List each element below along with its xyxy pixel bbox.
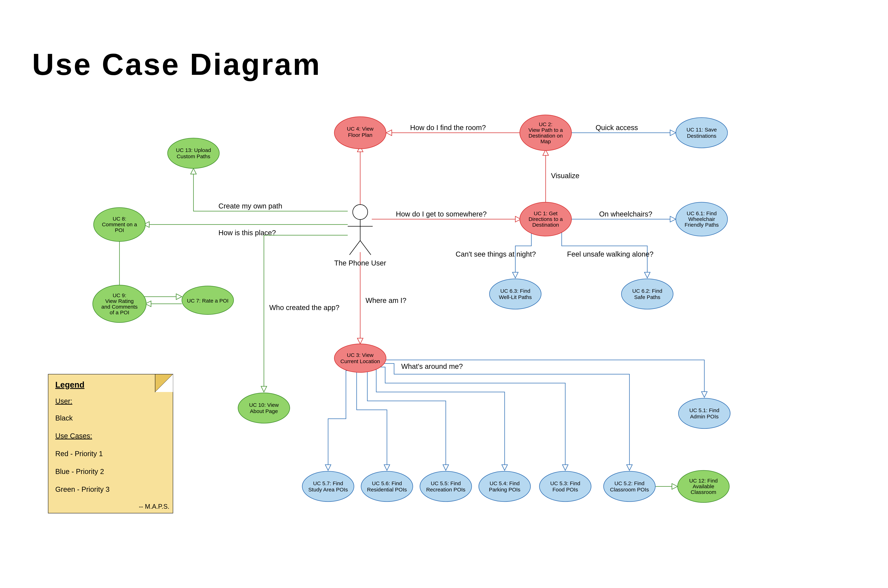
edge-label: How do I get to somewhere? (396, 210, 487, 218)
edge-label: Feel unsafe walking alone? (567, 250, 654, 258)
svg-text:UC 5.3: Find: UC 5.3: Find (550, 480, 580, 486)
edge-label: What's around me? (401, 362, 463, 370)
svg-text:Safe Paths: Safe Paths (634, 294, 661, 300)
svg-text:Floor Plan: Floor Plan (348, 132, 373, 138)
svg-marker-19 (176, 294, 182, 300)
svg-text:UC 5.1: Find: UC 5.1: Find (690, 407, 719, 413)
svg-marker-11 (670, 130, 676, 136)
svg-text:Classroom: Classroom (691, 489, 716, 495)
svg-text:View Path to a: View Path to a (529, 127, 563, 133)
svg-marker-9 (386, 130, 392, 136)
svg-text:Destination on: Destination on (529, 133, 563, 139)
svg-text:About Page: About Page (250, 408, 278, 414)
svg-text:Current Location: Current Location (340, 358, 380, 364)
svg-marker-27 (443, 465, 449, 470)
edge-uc1-to-uc62: Feel unsafe walking alone? (562, 232, 654, 278)
legend-p1: Red - Priority 1 (55, 450, 103, 458)
node-uc54: UC 5.4: Find Parking POIs UC 5.4: Find P… (479, 471, 530, 502)
node-uc8: UC 8: Comment on a POI UC 8: Comment on … (94, 208, 145, 242)
svg-text:Custom Paths: Custom Paths (177, 153, 210, 159)
svg-text:of a POI: of a POI (110, 309, 129, 315)
node-uc1: UC 1: Get Directions to a Destination UC… (520, 202, 571, 236)
diagram-canvas-wrap: Use Case Diagram How do I get to somewhe… (0, 0, 888, 588)
edge-actor-to-uc8: How is this place? (144, 222, 348, 237)
node-uc3: UC 3: View Current Location UC 3: View C… (334, 344, 386, 372)
edge-label: How do I find the room? (410, 124, 486, 132)
edge-uc3-fanout: What's around me? (325, 360, 707, 470)
svg-text:Comment on a: Comment on a (102, 222, 137, 227)
node-uc55: UC 5.5: Find Recreation POIs UC 5.5: Fin… (420, 471, 472, 502)
node-uc63: UC 6.3: Find Well-Lit Paths UC 6.3: Find… (490, 279, 541, 309)
edge-label: Who created the app? (269, 304, 340, 312)
svg-line-36 (360, 240, 371, 255)
node-uc9: UC 9: View Rating and Comments of a POI … (93, 285, 146, 322)
node-uc2: UC 2: View Path to a Destination on Map … (520, 115, 571, 151)
svg-text:UC 11: Save: UC 11: Save (687, 127, 717, 133)
edge-label: Where am I? (365, 297, 406, 304)
svg-text:Destination: Destination (532, 222, 559, 228)
svg-marker-23 (702, 392, 707, 398)
svg-text:Map: Map (541, 138, 551, 144)
node-uc62: UC 6.2: Find Safe Paths UC 6.2: Find Saf… (621, 279, 673, 309)
node-uc10: UC 10: View About Page UC 10: View About… (238, 393, 290, 423)
edge-uc52-to-uc12 (654, 484, 678, 489)
edge-uc1-to-uc63: Can't see things at night? (455, 232, 536, 278)
svg-text:UC 6.2: Find: UC 6.2: Find (632, 288, 662, 294)
edge-uc1-to-uc2: Visualize (543, 150, 579, 203)
legend-title: Legend (55, 380, 84, 389)
node-uc52: UC 5.2: Find Classroom POIs UC 5.2: Find… (604, 471, 655, 502)
svg-text:Directions to a: Directions to a (529, 216, 563, 222)
page-title: Use Case Diagram (32, 47, 321, 81)
svg-text:UC 8:: UC 8: (113, 216, 126, 222)
svg-text:UC 5.4: Find: UC 5.4: Find (490, 480, 520, 486)
edge-actor-to-uc1: How do I get to somewhere? (372, 210, 521, 222)
svg-marker-26 (502, 465, 508, 470)
svg-marker-31 (672, 484, 678, 489)
node-uc4: UC 4: View Floor Plan UC 4: View Floor P… (334, 117, 386, 149)
svg-text:Residential POIs: Residential POIs (367, 487, 407, 492)
edge-label: Create my own path (218, 202, 282, 210)
svg-text:Food POIs: Food POIs (552, 487, 578, 492)
edge-uc7-to-uc9 (145, 301, 182, 307)
edge-actor-to-uc10: Who created the app? (261, 235, 348, 392)
svg-text:UC 6.1: Find: UC 6.1: Find (687, 210, 717, 216)
node-uc11: UC 11: Save Destinations UC 11: Save Des… (676, 118, 727, 148)
node-uc51: UC 5.1: Find Admin POIs UC 5.1: Find Adm… (679, 398, 730, 429)
svg-text:UC 5.6: Find: UC 5.6: Find (372, 480, 402, 486)
svg-text:Recreation POIs: Recreation POIs (426, 487, 466, 492)
diagram-svg: Use Case Diagram How do I get to somewhe… (0, 0, 888, 588)
edge-actor-to-uc4 (358, 146, 363, 205)
legend-p3: Green - Priority 3 (55, 485, 110, 493)
svg-text:POI: POI (115, 227, 124, 233)
legend-note: Legend User: Black Use Cases: Red - Prio… (48, 374, 173, 513)
svg-text:UC 7: Rate a POI: UC 7: Rate a POI (187, 298, 228, 304)
svg-text:UC 5.2: Find: UC 5.2: Find (615, 480, 645, 486)
svg-text:UC 10: View: UC 10: View (249, 402, 279, 408)
node-uc56: UC 5.6: Find Residential POIs UC 5.6: Fi… (361, 471, 413, 502)
node-uc7: UC 7: Rate a POI UC 7: Rate a POI (182, 286, 234, 315)
svg-text:UC 6.3: Find: UC 6.3: Find (500, 288, 530, 294)
edge-label: Quick access (596, 124, 638, 132)
svg-marker-15 (512, 272, 518, 278)
node-uc57: UC 5.7: Find Study Area POIs UC 5.7: Fin… (302, 471, 354, 502)
edge-label: Can't see things at night? (455, 250, 536, 258)
svg-text:View Rating: View Rating (105, 298, 134, 304)
legend-usecases-heading: Use Cases: (55, 432, 92, 440)
edge-label: On wheelchairs? (599, 210, 652, 218)
svg-marker-29 (325, 465, 331, 470)
actor-label: The Phone User (334, 259, 386, 267)
node-uc12: UC 12: Find Available Classroom UC 12: F… (678, 470, 729, 502)
svg-marker-22 (261, 386, 267, 392)
svg-text:UC 9:: UC 9: (113, 292, 126, 298)
svg-text:UC 5.5: Find: UC 5.5: Find (431, 480, 461, 486)
svg-text:Friendly Paths: Friendly Paths (685, 222, 719, 228)
legend-user-heading: User: (55, 397, 72, 405)
svg-text:UC 13: Upload: UC 13: Upload (176, 147, 211, 153)
svg-text:UC 1: Get: UC 1: Get (534, 210, 557, 216)
edge-uc2-to-uc11: Quick access (571, 124, 676, 136)
edge-uc1-to-uc61: On wheelchairs? (571, 210, 676, 222)
legend-p2: Blue - Priority 2 (55, 468, 104, 476)
svg-text:Destinations: Destinations (687, 133, 716, 139)
svg-marker-25 (562, 465, 568, 470)
svg-marker-13 (670, 216, 676, 222)
